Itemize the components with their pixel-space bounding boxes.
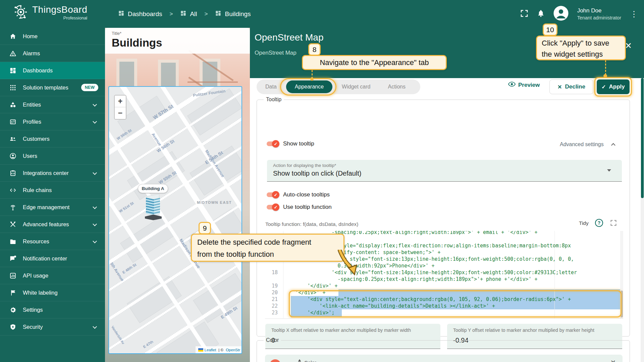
help-icon[interactable]: ? [595, 219, 603, 227]
breadcrumb-separator: > [169, 11, 173, 17]
avatar[interactable] [553, 6, 569, 22]
tab-appearance[interactable]: Appearance [286, 80, 332, 93]
auto-close-tooltips-toggle[interactable]: ✓ [266, 191, 279, 198]
tooltip-section: Tooltip ✓ Show tooltip Advanced settings… [257, 97, 630, 337]
color-swatch[interactable] [270, 359, 281, 362]
sidebar-item-users[interactable]: Users [0, 147, 105, 165]
user-role: Tenant administrator [577, 15, 621, 20]
tools-icon [9, 221, 16, 228]
map-zoom-control: + − [114, 95, 126, 120]
home-icon [9, 33, 16, 40]
caret-down-icon [607, 169, 611, 172]
zoom-in-button[interactable]: + [115, 96, 126, 107]
apps-grid-icon [9, 84, 16, 91]
alarm-warning-icon [9, 50, 16, 57]
breadcrumb-item-buildings[interactable]: Buildings [215, 10, 251, 18]
sidebar-item-edge-management[interactable]: Edge management [0, 199, 105, 216]
annotation-callout-10: Click "Apply" to save the widget setting… [536, 36, 626, 60]
api-usage-chart-icon [9, 272, 16, 279]
annotation-callout-9: Delete the specified code fragment from … [191, 234, 344, 262]
notification-bubble-icon [9, 255, 16, 262]
osm-link[interactable]: OpenStr [226, 348, 240, 352]
sidebar-item-api-usage[interactable]: API usage [0, 267, 105, 284]
close-icon[interactable]: ✕ [625, 41, 632, 51]
decline-button[interactable]: ✕ Decline [549, 79, 593, 94]
leaflet-link[interactable]: Leaflet [205, 348, 216, 352]
color-section: Color Color ✕ [257, 337, 630, 362]
rule-chains-icon [9, 186, 16, 194]
sidebar-item-resources[interactable]: Resources [0, 233, 105, 250]
breadcrumb-item-all[interactable]: All [180, 10, 197, 18]
notifications-bell-icon[interactable] [537, 9, 545, 18]
widget-settings-body: Data Appearance Widget card Actions Prev… [250, 78, 644, 362]
street-label: W 51st St [118, 201, 135, 213]
chevron-down-icon [93, 120, 97, 124]
logo-title: ThingsBoard [32, 4, 87, 15]
sidebar-item-entities[interactable]: Entities [0, 96, 105, 113]
tidy-button[interactable]: Tidy [579, 220, 589, 226]
sidebar: Home Alarms Dashboards Solution template… [0, 28, 105, 362]
dashboard-grid-icon [118, 10, 124, 18]
tab-actions[interactable]: Actions [379, 80, 414, 93]
show-tooltip-label: Show tooltip [283, 140, 314, 147]
settings-tabs: Data Appearance Widget card Actions [257, 79, 420, 94]
chevron-down-icon [93, 103, 97, 107]
tooltip-action-value: Show tooltip on click (Default) [273, 170, 361, 177]
building-marker-icon[interactable] [145, 195, 162, 221]
tab-data[interactable]: Data [257, 80, 285, 93]
color-dropper-icon [297, 359, 302, 362]
chevron-down-icon [93, 222, 97, 227]
color-setting-row[interactable]: Color ✕ [265, 355, 623, 362]
chevron-down-icon [93, 171, 97, 175]
sidebar-item-alarms[interactable]: Alarms [0, 45, 105, 62]
logo-gear-icon [13, 4, 28, 21]
sidebar-item-customers[interactable]: Customers [0, 130, 105, 147]
tooltip-action-select[interactable]: Action for displaying the tooltip* Show … [267, 160, 622, 182]
sidebar-item-profiles[interactable]: Profiles [0, 113, 105, 130]
close-icon[interactable]: ✕ [610, 359, 616, 362]
toggle-check-icon: ✓ [272, 191, 279, 198]
sidebar-item-white-labeling[interactable]: White labeling [0, 284, 105, 301]
sidebar-item-dashboards[interactable]: Dashboards [0, 62, 105, 79]
tooltip-function-label: Tooltip function: f(data, dsData, dsInde… [265, 221, 358, 227]
annotation-callout-8: Navigate to the "Appearance" tab [302, 55, 447, 70]
advanced-settings-toggle[interactable]: Advanced settings [560, 141, 615, 147]
district-label: MIDTOWN EAST [197, 200, 232, 204]
apply-button[interactable]: ✓ Apply [597, 79, 630, 94]
toggle-check-icon: ✓ [272, 203, 279, 211]
code-line: 18 '<div style="font-size:14px;line-heig… [265, 269, 623, 276]
sidebar-item-settings[interactable]: Settings [0, 301, 105, 318]
kebab-menu-icon[interactable]: ⋮ [630, 12, 638, 16]
screen: ThingsBoard Professional Dashboards > Al… [0, 0, 644, 362]
widget-title-band: Title* Buildings [105, 28, 250, 54]
sidebar-item-advanced-features[interactable]: Advanced features [0, 216, 105, 233]
breadcrumb-item-dashboards[interactable]: Dashboards [118, 10, 162, 18]
openstreet-map-widget[interactable]: Pulitzer Fountain W 57th St W 56th St W … [108, 86, 242, 354]
panel-scrollbar[interactable] [641, 78, 644, 362]
thingsboard-logo[interactable]: ThingsBoard Professional [13, 4, 87, 21]
tooltip-action-label: Action for displaying the tooltip* [273, 163, 336, 168]
ukraine-flag-icon [198, 348, 203, 352]
chevron-up-icon [611, 143, 615, 147]
annotation-badge-8: 8 [308, 43, 321, 56]
marker-tooltip-label[interactable]: Building A [138, 184, 168, 193]
annotation-badge-10: 10 [543, 23, 557, 36]
show-tooltip-toggle[interactable]: ✓ [266, 140, 279, 147]
sidebar-item-integrations-center[interactable]: Integrations center [0, 165, 105, 182]
fullscreen-icon[interactable] [520, 9, 528, 19]
new-badge: NEW [81, 84, 98, 91]
annotation-badge-9: 9 [199, 222, 211, 234]
code-line: 21 '<div style="text-align:center;backgr… [265, 296, 623, 303]
sidebar-item-home[interactable]: Home [0, 28, 105, 45]
sidebar-item-solution-templates[interactable]: Solution templates NEW [0, 79, 105, 96]
sidebar-item-security[interactable]: Security [0, 318, 105, 336]
tab-widget-card[interactable]: Widget card [333, 80, 379, 93]
sidebar-item-notification-center[interactable]: Notification center [0, 250, 105, 267]
use-tooltip-function-toggle[interactable]: ✓ [266, 203, 279, 211]
preview-button[interactable]: Preview [508, 81, 540, 88]
edge-antenna-icon [9, 203, 16, 211]
expand-fullscreen-icon[interactable] [610, 220, 617, 228]
sidebar-item-rule-chains[interactable]: Rule chains [0, 182, 105, 199]
user-icon [9, 152, 16, 160]
zoom-out-button[interactable]: − [115, 107, 126, 119]
